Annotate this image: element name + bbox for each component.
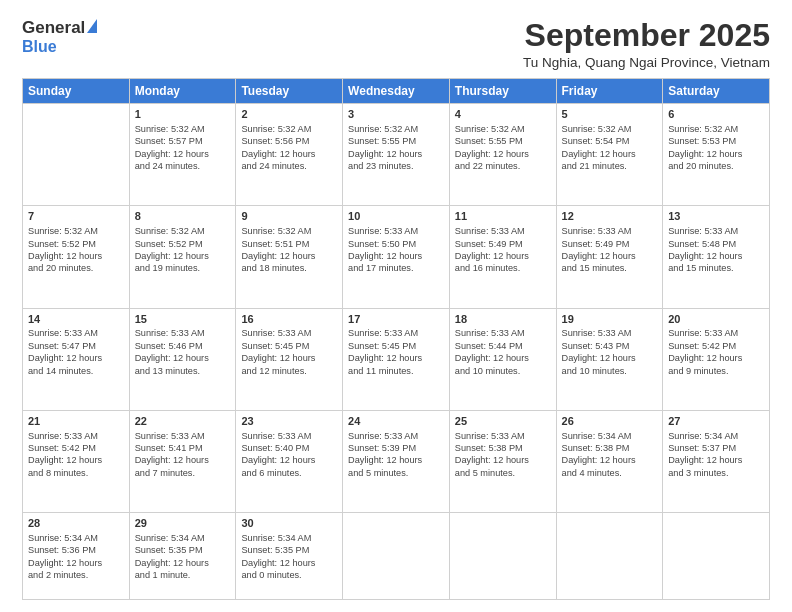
calendar-cell — [343, 512, 450, 599]
calendar-cell: 15Sunrise: 5:33 AM Sunset: 5:46 PM Dayli… — [129, 308, 236, 410]
col-header-wednesday: Wednesday — [343, 79, 450, 104]
day-info: Sunrise: 5:34 AM Sunset: 5:35 PM Dayligh… — [241, 532, 337, 582]
col-header-friday: Friday — [556, 79, 663, 104]
day-number: 15 — [135, 312, 231, 327]
day-info: Sunrise: 5:33 AM Sunset: 5:38 PM Dayligh… — [455, 430, 551, 480]
day-info: Sunrise: 5:33 AM Sunset: 5:46 PM Dayligh… — [135, 327, 231, 377]
calendar-header-row: SundayMondayTuesdayWednesdayThursdayFrid… — [23, 79, 770, 104]
day-number: 22 — [135, 414, 231, 429]
day-number: 23 — [241, 414, 337, 429]
day-number: 26 — [562, 414, 658, 429]
calendar-cell: 25Sunrise: 5:33 AM Sunset: 5:38 PM Dayli… — [449, 410, 556, 512]
calendar-cell: 2Sunrise: 5:32 AM Sunset: 5:56 PM Daylig… — [236, 104, 343, 206]
calendar-cell: 1Sunrise: 5:32 AM Sunset: 5:57 PM Daylig… — [129, 104, 236, 206]
calendar-cell: 20Sunrise: 5:33 AM Sunset: 5:42 PM Dayli… — [663, 308, 770, 410]
day-info: Sunrise: 5:32 AM Sunset: 5:52 PM Dayligh… — [28, 225, 124, 275]
day-info: Sunrise: 5:34 AM Sunset: 5:37 PM Dayligh… — [668, 430, 764, 480]
day-number: 30 — [241, 516, 337, 531]
day-number: 10 — [348, 209, 444, 224]
day-number: 1 — [135, 107, 231, 122]
calendar-cell: 6Sunrise: 5:32 AM Sunset: 5:53 PM Daylig… — [663, 104, 770, 206]
day-number: 18 — [455, 312, 551, 327]
calendar-cell: 7Sunrise: 5:32 AM Sunset: 5:52 PM Daylig… — [23, 206, 130, 308]
calendar-cell: 21Sunrise: 5:33 AM Sunset: 5:42 PM Dayli… — [23, 410, 130, 512]
day-number: 11 — [455, 209, 551, 224]
day-info: Sunrise: 5:33 AM Sunset: 5:48 PM Dayligh… — [668, 225, 764, 275]
calendar-table: SundayMondayTuesdayWednesdayThursdayFrid… — [22, 78, 770, 600]
day-info: Sunrise: 5:32 AM Sunset: 5:54 PM Dayligh… — [562, 123, 658, 173]
logo: General Blue — [22, 18, 97, 56]
calendar-cell: 5Sunrise: 5:32 AM Sunset: 5:54 PM Daylig… — [556, 104, 663, 206]
day-number: 28 — [28, 516, 124, 531]
col-header-saturday: Saturday — [663, 79, 770, 104]
day-info: Sunrise: 5:33 AM Sunset: 5:47 PM Dayligh… — [28, 327, 124, 377]
day-info: Sunrise: 5:32 AM Sunset: 5:55 PM Dayligh… — [455, 123, 551, 173]
day-number: 2 — [241, 107, 337, 122]
calendar-cell: 17Sunrise: 5:33 AM Sunset: 5:45 PM Dayli… — [343, 308, 450, 410]
day-number: 8 — [135, 209, 231, 224]
logo-general-text: General — [22, 18, 85, 38]
calendar-cell — [449, 512, 556, 599]
day-number: 20 — [668, 312, 764, 327]
col-header-tuesday: Tuesday — [236, 79, 343, 104]
week-row-1: 1Sunrise: 5:32 AM Sunset: 5:57 PM Daylig… — [23, 104, 770, 206]
calendar-cell: 12Sunrise: 5:33 AM Sunset: 5:49 PM Dayli… — [556, 206, 663, 308]
day-number: 29 — [135, 516, 231, 531]
calendar-cell: 18Sunrise: 5:33 AM Sunset: 5:44 PM Dayli… — [449, 308, 556, 410]
day-number: 9 — [241, 209, 337, 224]
calendar-cell: 4Sunrise: 5:32 AM Sunset: 5:55 PM Daylig… — [449, 104, 556, 206]
day-number: 27 — [668, 414, 764, 429]
calendar-cell: 3Sunrise: 5:32 AM Sunset: 5:55 PM Daylig… — [343, 104, 450, 206]
week-row-2: 7Sunrise: 5:32 AM Sunset: 5:52 PM Daylig… — [23, 206, 770, 308]
day-number: 12 — [562, 209, 658, 224]
day-number: 17 — [348, 312, 444, 327]
calendar-cell: 30Sunrise: 5:34 AM Sunset: 5:35 PM Dayli… — [236, 512, 343, 599]
day-info: Sunrise: 5:33 AM Sunset: 5:42 PM Dayligh… — [668, 327, 764, 377]
calendar-cell: 28Sunrise: 5:34 AM Sunset: 5:36 PM Dayli… — [23, 512, 130, 599]
day-info: Sunrise: 5:33 AM Sunset: 5:40 PM Dayligh… — [241, 430, 337, 480]
day-info: Sunrise: 5:33 AM Sunset: 5:44 PM Dayligh… — [455, 327, 551, 377]
week-row-4: 21Sunrise: 5:33 AM Sunset: 5:42 PM Dayli… — [23, 410, 770, 512]
calendar-cell: 14Sunrise: 5:33 AM Sunset: 5:47 PM Dayli… — [23, 308, 130, 410]
day-number: 3 — [348, 107, 444, 122]
day-number: 19 — [562, 312, 658, 327]
day-info: Sunrise: 5:33 AM Sunset: 5:49 PM Dayligh… — [562, 225, 658, 275]
calendar-cell: 27Sunrise: 5:34 AM Sunset: 5:37 PM Dayli… — [663, 410, 770, 512]
title-block: September 2025 Tu Nghia, Quang Ngai Prov… — [523, 18, 770, 70]
day-info: Sunrise: 5:33 AM Sunset: 5:45 PM Dayligh… — [241, 327, 337, 377]
day-info: Sunrise: 5:33 AM Sunset: 5:50 PM Dayligh… — [348, 225, 444, 275]
calendar-cell — [663, 512, 770, 599]
day-info: Sunrise: 5:34 AM Sunset: 5:36 PM Dayligh… — [28, 532, 124, 582]
day-number: 7 — [28, 209, 124, 224]
week-row-3: 14Sunrise: 5:33 AM Sunset: 5:47 PM Dayli… — [23, 308, 770, 410]
day-info: Sunrise: 5:32 AM Sunset: 5:56 PM Dayligh… — [241, 123, 337, 173]
day-number: 5 — [562, 107, 658, 122]
calendar-cell: 8Sunrise: 5:32 AM Sunset: 5:52 PM Daylig… — [129, 206, 236, 308]
logo-blue-text: Blue — [22, 38, 57, 56]
month-title: September 2025 — [523, 18, 770, 53]
day-info: Sunrise: 5:32 AM Sunset: 5:57 PM Dayligh… — [135, 123, 231, 173]
col-header-sunday: Sunday — [23, 79, 130, 104]
calendar-cell: 10Sunrise: 5:33 AM Sunset: 5:50 PM Dayli… — [343, 206, 450, 308]
location: Tu Nghia, Quang Ngai Province, Vietnam — [523, 55, 770, 70]
day-info: Sunrise: 5:32 AM Sunset: 5:52 PM Dayligh… — [135, 225, 231, 275]
day-info: Sunrise: 5:33 AM Sunset: 5:45 PM Dayligh… — [348, 327, 444, 377]
calendar-cell: 13Sunrise: 5:33 AM Sunset: 5:48 PM Dayli… — [663, 206, 770, 308]
logo-triangle-icon — [87, 19, 97, 33]
calendar-cell — [23, 104, 130, 206]
col-header-thursday: Thursday — [449, 79, 556, 104]
day-number: 24 — [348, 414, 444, 429]
day-info: Sunrise: 5:32 AM Sunset: 5:53 PM Dayligh… — [668, 123, 764, 173]
calendar-cell: 22Sunrise: 5:33 AM Sunset: 5:41 PM Dayli… — [129, 410, 236, 512]
day-number: 25 — [455, 414, 551, 429]
calendar-cell: 26Sunrise: 5:34 AM Sunset: 5:38 PM Dayli… — [556, 410, 663, 512]
day-number: 16 — [241, 312, 337, 327]
calendar-cell: 11Sunrise: 5:33 AM Sunset: 5:49 PM Dayli… — [449, 206, 556, 308]
day-info: Sunrise: 5:33 AM Sunset: 5:43 PM Dayligh… — [562, 327, 658, 377]
day-info: Sunrise: 5:33 AM Sunset: 5:42 PM Dayligh… — [28, 430, 124, 480]
calendar-cell: 19Sunrise: 5:33 AM Sunset: 5:43 PM Dayli… — [556, 308, 663, 410]
day-number: 21 — [28, 414, 124, 429]
day-info: Sunrise: 5:33 AM Sunset: 5:41 PM Dayligh… — [135, 430, 231, 480]
day-info: Sunrise: 5:32 AM Sunset: 5:51 PM Dayligh… — [241, 225, 337, 275]
header: General Blue September 2025 Tu Nghia, Qu… — [22, 18, 770, 70]
